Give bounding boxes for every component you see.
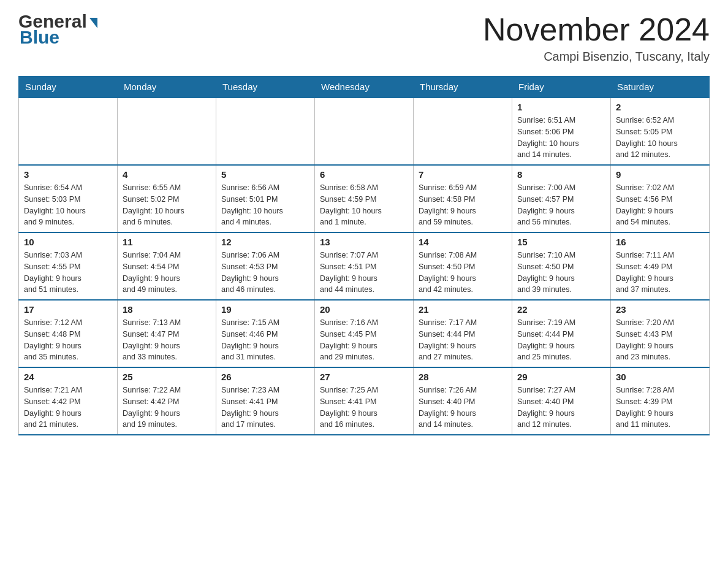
cell-info: Sunrise: 7:16 AM Sunset: 4:45 PM Dayligh…	[320, 317, 408, 363]
cell-info: Sunrise: 7:07 AM Sunset: 4:51 PM Dayligh…	[320, 250, 408, 296]
day-number: 4	[123, 169, 211, 180]
cell-info: Sunrise: 7:22 AM Sunset: 4:42 PM Dayligh…	[123, 385, 211, 431]
calendar-cell: 2Sunrise: 6:52 AM Sunset: 5:05 PM Daylig…	[611, 98, 710, 165]
calendar-cell: 5Sunrise: 6:56 AM Sunset: 5:01 PM Daylig…	[216, 165, 315, 232]
cell-info: Sunrise: 7:28 AM Sunset: 4:39 PM Dayligh…	[616, 385, 704, 431]
calendar-cell: 21Sunrise: 7:17 AM Sunset: 4:44 PM Dayli…	[414, 300, 512, 367]
title-area: November 2024 Campi Bisenzio, Tuscany, I…	[483, 12, 710, 64]
cell-info: Sunrise: 7:04 AM Sunset: 4:54 PM Dayligh…	[123, 250, 211, 296]
day-number: 12	[221, 237, 309, 247]
calendar-cell: 20Sunrise: 7:16 AM Sunset: 4:45 PM Dayli…	[315, 300, 414, 367]
cell-info: Sunrise: 7:25 AM Sunset: 4:41 PM Dayligh…	[320, 385, 408, 431]
cell-info: Sunrise: 7:17 AM Sunset: 4:44 PM Dayligh…	[419, 317, 507, 363]
month-title: November 2024	[483, 12, 710, 47]
calendar-cell: 3Sunrise: 6:54 AM Sunset: 5:03 PM Daylig…	[19, 165, 118, 232]
cell-info: Sunrise: 7:26 AM Sunset: 4:40 PM Dayligh…	[419, 385, 507, 431]
day-number: 28	[419, 372, 507, 382]
cell-info: Sunrise: 7:10 AM Sunset: 4:50 PM Dayligh…	[517, 250, 605, 296]
calendar-cell: 18Sunrise: 7:13 AM Sunset: 4:47 PM Dayli…	[118, 300, 216, 367]
header-thursday: Thursday	[414, 77, 512, 98]
cell-info: Sunrise: 6:51 AM Sunset: 5:06 PM Dayligh…	[517, 115, 605, 161]
calendar-cell: 9Sunrise: 7:02 AM Sunset: 4:56 PM Daylig…	[611, 165, 710, 232]
calendar-cell: 15Sunrise: 7:10 AM Sunset: 4:50 PM Dayli…	[512, 232, 611, 300]
day-number: 5	[221, 169, 309, 180]
cell-info: Sunrise: 7:11 AM Sunset: 4:49 PM Dayligh…	[616, 250, 704, 296]
day-number: 25	[123, 372, 211, 382]
header-sunday: Sunday	[19, 77, 118, 98]
header: General Blue November 2024 Campi Bisenzi…	[18, 12, 710, 64]
calendar-cell: 4Sunrise: 6:55 AM Sunset: 5:02 PM Daylig…	[118, 165, 216, 232]
calendar-cell: 29Sunrise: 7:27 AM Sunset: 4:40 PM Dayli…	[512, 367, 611, 435]
cell-info: Sunrise: 7:08 AM Sunset: 4:50 PM Dayligh…	[419, 250, 507, 296]
day-number: 26	[221, 372, 309, 382]
calendar-cell: 30Sunrise: 7:28 AM Sunset: 4:39 PM Dayli…	[611, 367, 710, 435]
cell-info: Sunrise: 6:52 AM Sunset: 5:05 PM Dayligh…	[616, 115, 704, 161]
day-number: 21	[419, 304, 507, 315]
cell-info: Sunrise: 6:55 AM Sunset: 5:02 PM Dayligh…	[123, 182, 211, 228]
cell-info: Sunrise: 7:15 AM Sunset: 4:46 PM Dayligh…	[221, 317, 309, 363]
calendar-row-3: 10Sunrise: 7:03 AM Sunset: 4:55 PM Dayli…	[19, 232, 710, 300]
cell-info: Sunrise: 7:19 AM Sunset: 4:44 PM Dayligh…	[517, 317, 605, 363]
day-number: 20	[320, 304, 408, 315]
cell-info: Sunrise: 7:06 AM Sunset: 4:53 PM Dayligh…	[221, 250, 309, 296]
calendar-cell: 12Sunrise: 7:06 AM Sunset: 4:53 PM Dayli…	[216, 232, 315, 300]
cell-info: Sunrise: 7:00 AM Sunset: 4:57 PM Dayligh…	[517, 182, 605, 228]
calendar-cell: 23Sunrise: 7:20 AM Sunset: 4:43 PM Dayli…	[611, 300, 710, 367]
calendar-cell: 13Sunrise: 7:07 AM Sunset: 4:51 PM Dayli…	[315, 232, 414, 300]
calendar-cell: 6Sunrise: 6:58 AM Sunset: 4:59 PM Daylig…	[315, 165, 414, 232]
cell-info: Sunrise: 6:56 AM Sunset: 5:01 PM Dayligh…	[221, 182, 309, 228]
calendar-header-row: SundayMondayTuesdayWednesdayThursdayFrid…	[19, 77, 710, 98]
calendar-row-2: 3Sunrise: 6:54 AM Sunset: 5:03 PM Daylig…	[19, 165, 710, 232]
day-number: 22	[517, 304, 605, 315]
calendar-cell: 10Sunrise: 7:03 AM Sunset: 4:55 PM Dayli…	[19, 232, 118, 300]
cell-info: Sunrise: 7:20 AM Sunset: 4:43 PM Dayligh…	[616, 317, 704, 363]
cell-info: Sunrise: 7:02 AM Sunset: 4:56 PM Dayligh…	[616, 182, 704, 228]
day-number: 17	[24, 304, 112, 315]
day-number: 9	[616, 169, 704, 180]
header-tuesday: Tuesday	[216, 77, 315, 98]
header-wednesday: Wednesday	[315, 77, 414, 98]
calendar-cell: 22Sunrise: 7:19 AM Sunset: 4:44 PM Dayli…	[512, 300, 611, 367]
day-number: 29	[517, 372, 605, 382]
calendar-cell: 26Sunrise: 7:23 AM Sunset: 4:41 PM Dayli…	[216, 367, 315, 435]
cell-info: Sunrise: 7:13 AM Sunset: 4:47 PM Dayligh…	[123, 317, 211, 363]
logo-blue-text: Blue	[20, 27, 59, 48]
cell-info: Sunrise: 7:23 AM Sunset: 4:41 PM Dayligh…	[221, 385, 309, 431]
calendar-cell	[414, 98, 512, 165]
header-saturday: Saturday	[611, 77, 710, 98]
day-number: 1	[517, 102, 605, 112]
day-number: 15	[517, 237, 605, 247]
day-number: 11	[123, 237, 211, 247]
day-number: 14	[419, 237, 507, 247]
calendar-cell: 1Sunrise: 6:51 AM Sunset: 5:06 PM Daylig…	[512, 98, 611, 165]
cell-info: Sunrise: 7:27 AM Sunset: 4:40 PM Dayligh…	[517, 385, 605, 431]
calendar-cell	[19, 98, 118, 165]
cell-info: Sunrise: 6:59 AM Sunset: 4:58 PM Dayligh…	[419, 182, 507, 228]
logo-area: General Blue	[18, 12, 97, 48]
cell-info: Sunrise: 7:12 AM Sunset: 4:48 PM Dayligh…	[24, 317, 112, 363]
day-number: 6	[320, 169, 408, 180]
day-number: 7	[419, 169, 507, 180]
location-subtitle: Campi Bisenzio, Tuscany, Italy	[483, 50, 710, 64]
header-friday: Friday	[512, 77, 611, 98]
calendar-row-1: 1Sunrise: 6:51 AM Sunset: 5:06 PM Daylig…	[19, 98, 710, 165]
calendar-row-5: 24Sunrise: 7:21 AM Sunset: 4:42 PM Dayli…	[19, 367, 710, 435]
day-number: 30	[616, 372, 704, 382]
calendar-cell: 16Sunrise: 7:11 AM Sunset: 4:49 PM Dayli…	[611, 232, 710, 300]
cell-info: Sunrise: 6:58 AM Sunset: 4:59 PM Dayligh…	[320, 182, 408, 228]
logo-arrow-icon	[89, 18, 97, 28]
cell-info: Sunrise: 7:21 AM Sunset: 4:42 PM Dayligh…	[24, 385, 112, 431]
calendar-cell: 28Sunrise: 7:26 AM Sunset: 4:40 PM Dayli…	[414, 367, 512, 435]
day-number: 8	[517, 169, 605, 180]
calendar-cell	[315, 98, 414, 165]
header-monday: Monday	[118, 77, 216, 98]
calendar-cell: 24Sunrise: 7:21 AM Sunset: 4:42 PM Dayli…	[19, 367, 118, 435]
cell-info: Sunrise: 6:54 AM Sunset: 5:03 PM Dayligh…	[24, 182, 112, 228]
day-number: 16	[616, 237, 704, 247]
calendar-cell	[216, 98, 315, 165]
calendar-cell: 17Sunrise: 7:12 AM Sunset: 4:48 PM Dayli…	[19, 300, 118, 367]
day-number: 3	[24, 169, 112, 180]
day-number: 2	[616, 102, 704, 112]
day-number: 23	[616, 304, 704, 315]
calendar-cell: 25Sunrise: 7:22 AM Sunset: 4:42 PM Dayli…	[118, 367, 216, 435]
